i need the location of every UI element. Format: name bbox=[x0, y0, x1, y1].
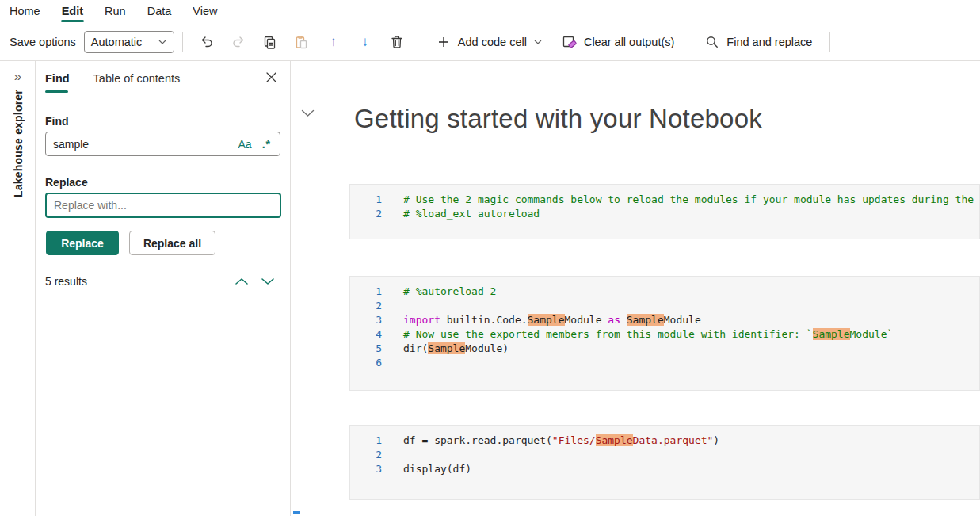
line-number: 2 bbox=[350, 448, 382, 462]
regex-icon[interactable]: .* bbox=[262, 138, 271, 151]
code-token: Module bbox=[664, 314, 701, 326]
code-line[interactable]: 4# Now use the exported members from thi… bbox=[350, 327, 979, 342]
toolbar-separator bbox=[829, 32, 830, 52]
chevron-down-icon bbox=[301, 109, 315, 117]
find-input-wrap: Aa .* bbox=[45, 132, 280, 156]
find-input[interactable] bbox=[46, 138, 238, 151]
lakehouse-explorer-label[interactable]: Lakehouse explorer bbox=[12, 90, 25, 197]
code-line[interactable]: 1# %autoreload 2 bbox=[350, 285, 979, 299]
replace-button[interactable]: Replace bbox=[46, 231, 119, 255]
line-number: 2 bbox=[350, 299, 382, 313]
line-number: 1 bbox=[350, 193, 382, 207]
arrow-up-icon: ↑ bbox=[330, 34, 337, 50]
code-cell[interactable]: 1df = spark.read.parquet("Files/SampleDa… bbox=[349, 425, 980, 500]
code-token: Module` bbox=[850, 328, 894, 340]
code-line[interactable]: 6 bbox=[350, 356, 979, 370]
replace-all-button[interactable]: Replace all bbox=[129, 231, 215, 255]
plus-icon bbox=[436, 34, 452, 50]
match-case-icon[interactable]: Aa bbox=[238, 138, 252, 151]
menu-item-view[interactable]: View bbox=[191, 2, 219, 23]
line-number: 4 bbox=[350, 327, 382, 342]
find-replace-label: Find and replace bbox=[726, 36, 812, 48]
copy-button[interactable] bbox=[254, 29, 286, 55]
chevron-down-icon bbox=[533, 39, 543, 45]
code-line[interactable]: 2 bbox=[350, 299, 979, 313]
move-cell-up-button[interactable]: ↑ bbox=[318, 29, 349, 55]
expand-panel-button[interactable]: » bbox=[0, 69, 36, 85]
menu-item-run[interactable]: Run bbox=[103, 2, 128, 23]
search-icon bbox=[704, 34, 720, 50]
code-token: Module bbox=[565, 314, 608, 326]
next-result-button[interactable] bbox=[260, 275, 276, 288]
clear-outputs-icon bbox=[562, 34, 578, 50]
code-token bbox=[620, 314, 627, 326]
code-line[interactable]: 1df = spark.read.parquet("Files/SampleDa… bbox=[350, 434, 979, 448]
results-count-label: 5 results bbox=[45, 275, 87, 288]
code-line[interactable]: 2# %load_ext autoreload bbox=[350, 207, 979, 221]
code-line[interactable]: 3display(df) bbox=[350, 462, 979, 476]
notebook-canvas: Getting started with your Notebook 1# Us… bbox=[292, 61, 980, 516]
horizontal-scrollbar-thumb[interactable] bbox=[293, 511, 300, 514]
code-cell[interactable]: 1# Use the 2 magic commands below to rel… bbox=[349, 184, 980, 239]
panel-tabs: Find Table of contents bbox=[45, 72, 180, 94]
trash-icon bbox=[389, 34, 405, 50]
code-line[interactable]: 5dir(SampleModule) bbox=[350, 342, 979, 356]
clear-all-outputs-button[interactable]: Clear all output(s) bbox=[555, 29, 681, 55]
previous-result-button[interactable] bbox=[234, 275, 250, 288]
code-token: # %load_ext autoreload bbox=[403, 208, 540, 220]
replace-input[interactable] bbox=[47, 199, 280, 212]
code-token: dir( bbox=[403, 342, 428, 354]
autosave-dropdown-value: Automatic bbox=[91, 36, 142, 48]
delete-cell-button[interactable] bbox=[381, 29, 413, 55]
replace-buttons-row: Replace Replace all bbox=[46, 231, 215, 255]
add-code-cell-label: Add code cell bbox=[458, 36, 527, 48]
code-line[interactable]: 3import builtin.Code.SampleModule as Sam… bbox=[350, 313, 979, 327]
menu-item-edit[interactable]: Edit bbox=[60, 2, 85, 23]
menu-item-data[interactable]: Data bbox=[146, 2, 174, 23]
menu-item-home[interactable]: Home bbox=[8, 2, 42, 23]
code-text: # %autoreload 2 bbox=[403, 285, 496, 299]
line-number: 3 bbox=[350, 313, 382, 327]
code-text: # Use the 2 magic commands below to relo… bbox=[403, 193, 980, 207]
code-cell[interactable]: 1# %autoreload 223import builtin.Code.Sa… bbox=[349, 276, 980, 391]
tab-find[interactable]: Find bbox=[45, 72, 70, 94]
find-and-replace-button[interactable]: Find and replace bbox=[698, 29, 818, 55]
chevron-up-icon bbox=[235, 277, 249, 285]
toolbar-separator bbox=[182, 32, 183, 52]
code-text: import builtin.Code.SampleModule as Samp… bbox=[403, 313, 701, 327]
line-number: 1 bbox=[350, 434, 382, 448]
paste-button[interactable] bbox=[286, 29, 318, 55]
close-icon bbox=[265, 71, 278, 83]
undo-button[interactable] bbox=[191, 29, 223, 55]
find-options: Aa .* bbox=[238, 138, 280, 151]
lakehouse-explorer-rail: » Lakehouse explorer bbox=[0, 61, 36, 516]
code-text: dir(SampleModule) bbox=[403, 342, 509, 356]
close-panel-button[interactable] bbox=[265, 71, 278, 84]
tab-table-of-contents[interactable]: Table of contents bbox=[93, 72, 181, 94]
search-match-highlight: Sample bbox=[528, 314, 565, 326]
autosave-dropdown[interactable]: Automatic bbox=[84, 31, 174, 53]
find-field-label: Find bbox=[45, 115, 69, 128]
search-match-highlight: Sample bbox=[813, 328, 850, 340]
code-token: Module) bbox=[465, 342, 509, 354]
code-line[interactable]: 2 bbox=[350, 448, 979, 462]
replace-field-label: Replace bbox=[45, 176, 88, 189]
find-panel: Find Table of contents Find Aa .* Replac… bbox=[36, 61, 291, 516]
paste-icon bbox=[294, 34, 310, 50]
code-token: ) bbox=[713, 434, 719, 446]
code-token: "Files/ bbox=[552, 434, 596, 446]
code-token: # %autoreload 2 bbox=[403, 285, 496, 297]
redo-button[interactable] bbox=[223, 29, 254, 55]
notebook-title[interactable]: Getting started with your Notebook bbox=[354, 104, 762, 134]
copy-icon bbox=[262, 34, 278, 50]
toolbar-separator bbox=[421, 32, 421, 52]
line-number: 1 bbox=[350, 285, 382, 299]
code-token: # Use the 2 magic commands below to relo… bbox=[403, 193, 980, 205]
code-token: builtin.Code. bbox=[440, 314, 528, 326]
add-code-cell-button[interactable]: Add code cell bbox=[429, 29, 549, 55]
code-line[interactable]: 1# Use the 2 magic commands below to rel… bbox=[350, 193, 979, 207]
move-cell-down-button[interactable]: ↓ bbox=[349, 29, 381, 55]
clear-outputs-label: Clear all output(s) bbox=[584, 36, 674, 48]
results-row: 5 results bbox=[45, 275, 276, 288]
collapse-section-button[interactable] bbox=[301, 109, 315, 117]
